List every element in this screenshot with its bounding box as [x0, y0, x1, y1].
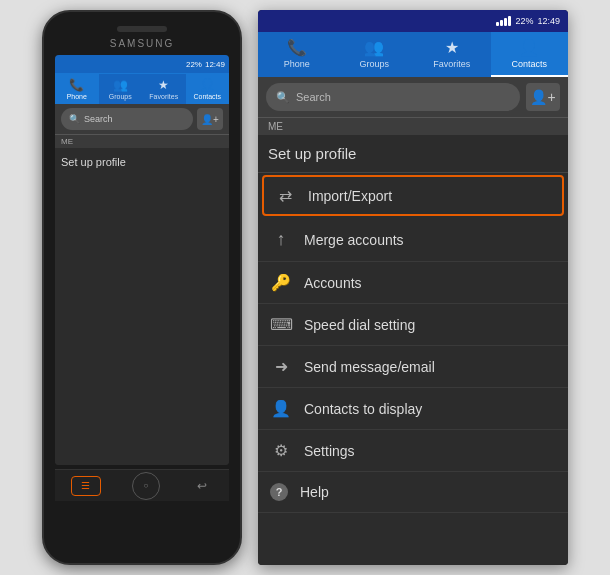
menu-item-accounts-label: Accounts [304, 275, 362, 291]
import-export-icon: ⇄ [274, 186, 296, 205]
menu-add-contact-button[interactable]: 👤+ [526, 83, 560, 111]
phone-add-contact-button[interactable]: 👤+ [197, 108, 223, 130]
menu-time: 12:49 [537, 16, 560, 26]
help-icon: ? [270, 483, 288, 501]
phone-nav-bar: ☰ ○ ↩ [55, 469, 229, 501]
phone-search-box[interactable]: 🔍 Search [61, 108, 193, 130]
phone-home-button[interactable]: ○ [132, 472, 160, 500]
phone-back-button[interactable]: ↩ [191, 478, 213, 494]
phone-status-bar: 22% 12:49 [55, 55, 229, 73]
phone-battery: 22% [186, 60, 202, 69]
menu-item-merge-accounts[interactable]: ↑ Merge accounts [258, 218, 568, 262]
phone-device: SAMSUNG 22% 12:49 📞 Phone 👥 Groups ★ Fav… [42, 10, 242, 565]
menu-tab-favorites[interactable]: ★ Favorites [413, 32, 491, 77]
menu-tab-phone-label: Phone [284, 59, 310, 69]
menu-me-section: ME [258, 118, 568, 135]
menu-tab-phone[interactable]: 📞 Phone [258, 32, 336, 77]
phone-tab-favorites[interactable]: ★ Favorites [142, 74, 186, 104]
menu-item-contacts-to-display[interactable]: 👤 Contacts to display [258, 388, 568, 430]
menu-setup-profile[interactable]: Set up profile [258, 135, 568, 173]
menu-item-speed-dial-label: Speed dial setting [304, 317, 415, 333]
signal-bar-1 [496, 22, 499, 26]
phone-icon: 📞 [69, 78, 84, 92]
phone-tab-contacts[interactable]: 👤 Contacts [186, 74, 230, 104]
phone-setup-profile[interactable]: Set up profile [55, 148, 229, 465]
menu-item-send-message-label: Send message/email [304, 359, 435, 375]
phone-screen: 22% 12:49 📞 Phone 👥 Groups ★ Favorites 👤… [55, 55, 229, 465]
phone-menu-button[interactable]: ☰ [71, 476, 101, 496]
menu-groups-icon: 👥 [364, 38, 384, 57]
menu-item-contacts-to-display-label: Contacts to display [304, 401, 422, 417]
favorites-icon: ★ [158, 78, 169, 92]
phone-search-icon: 🔍 [69, 114, 80, 124]
menu-item-import-export[interactable]: ⇄ Import/Export [262, 175, 564, 216]
menu-add-contact-icon: 👤+ [530, 89, 555, 105]
phone-tab-contacts-label: Contacts [193, 93, 221, 100]
menu-panel: 22% 12:49 📞 Phone 👥 Groups ★ Favorites 👤… [258, 10, 568, 565]
groups-icon: 👥 [113, 78, 128, 92]
phone-me-section: ME [55, 135, 229, 148]
menu-item-settings[interactable]: ⚙ Settings [258, 430, 568, 472]
phone-home-icon: ○ [144, 481, 149, 490]
menu-search-box[interactable]: 🔍 Search [266, 83, 520, 111]
menu-favorites-icon: ★ [445, 38, 459, 57]
phone-time: 12:49 [205, 60, 225, 69]
send-message-icon: ➜ [270, 357, 292, 376]
contacts-icon: 👤 [200, 78, 215, 92]
menu-tab-favorites-label: Favorites [433, 59, 470, 69]
signal-bar-4 [508, 16, 511, 26]
menu-items-list: ⇄ Import/Export ↑ Merge accounts 🔑 Accou… [258, 173, 568, 565]
menu-setup-label: Set up profile [268, 145, 356, 162]
phone-status-icons: 22% 12:49 [186, 60, 225, 69]
menu-item-speed-dial[interactable]: ⌨ Speed dial setting [258, 304, 568, 346]
phone-tab-phone-label: Phone [67, 93, 87, 100]
phone-tab-groups[interactable]: 👥 Groups [99, 74, 143, 104]
phone-bottom-nav: ☰ ○ ↩ [55, 469, 229, 501]
phone-tab-groups-label: Groups [109, 93, 132, 100]
menu-tab-contacts-label: Contacts [511, 59, 547, 69]
menu-tab-bar: 📞 Phone 👥 Groups ★ Favorites 👤 Contacts [258, 32, 568, 77]
menu-item-settings-label: Settings [304, 443, 355, 459]
menu-item-help[interactable]: ? Help [258, 472, 568, 513]
menu-item-merge-accounts-label: Merge accounts [304, 232, 404, 248]
menu-item-import-export-label: Import/Export [308, 188, 392, 204]
speed-dial-icon: ⌨ [270, 315, 292, 334]
menu-item-help-label: Help [300, 484, 329, 500]
phone-search-bar: 🔍 Search 👤+ [55, 104, 229, 135]
phone-brand: SAMSUNG [110, 38, 175, 49]
menu-item-send-message[interactable]: ➜ Send message/email [258, 346, 568, 388]
phone-menu-icon: ☰ [81, 480, 90, 491]
menu-search-label: Search [296, 91, 331, 103]
phone-tab-bar: 📞 Phone 👥 Groups ★ Favorites 👤 Contacts [55, 73, 229, 104]
menu-status-signal [496, 16, 511, 26]
signal-bar-2 [500, 20, 503, 26]
menu-battery: 22% [515, 16, 533, 26]
phone-tab-favorites-label: Favorites [149, 93, 178, 100]
contacts-to-display-icon: 👤 [270, 399, 292, 418]
settings-icon: ⚙ [270, 441, 292, 460]
menu-search-row: 🔍 Search 👤+ [258, 77, 568, 118]
menu-status-bar: 22% 12:49 [258, 10, 568, 32]
merge-accounts-icon: ↑ [270, 229, 292, 250]
phone-tab-phone[interactable]: 📞 Phone [55, 74, 99, 104]
menu-tab-groups-label: Groups [359, 59, 389, 69]
phone-back-icon: ↩ [197, 479, 207, 493]
menu-item-accounts[interactable]: 🔑 Accounts [258, 262, 568, 304]
menu-search-icon: 🔍 [276, 91, 290, 104]
phone-setup-label: Set up profile [61, 156, 126, 168]
menu-phone-icon: 📞 [287, 38, 307, 57]
phone-speaker [117, 26, 167, 32]
phone-search-label: Search [84, 114, 113, 124]
signal-bar-3 [504, 18, 507, 26]
menu-contacts-icon: 👤 [519, 38, 539, 57]
menu-tab-groups[interactable]: 👥 Groups [336, 32, 414, 77]
menu-tab-contacts[interactable]: 👤 Contacts [491, 32, 569, 77]
accounts-icon: 🔑 [270, 273, 292, 292]
